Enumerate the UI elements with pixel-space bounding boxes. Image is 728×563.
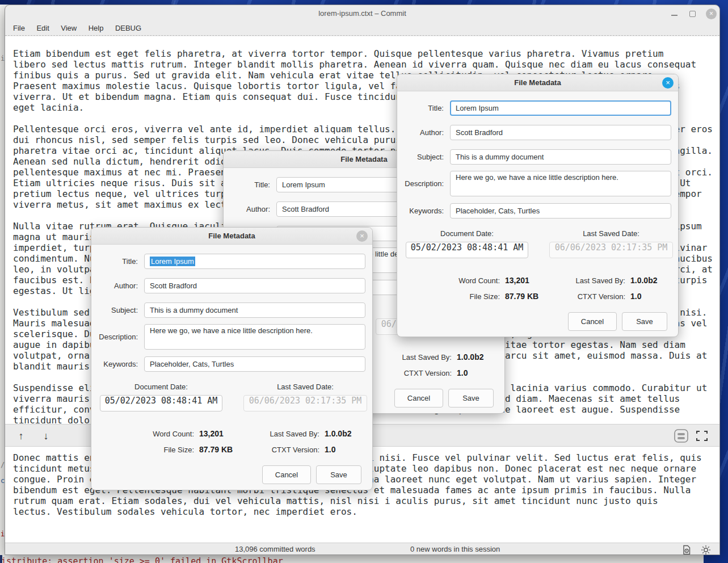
dialog-titlebar[interactable]: File Metadata × (91, 228, 372, 245)
title-input[interactable]: Lorem Ipsum (144, 254, 365, 269)
version-value: 1.0 (457, 368, 468, 377)
keywords-input[interactable]: Placeholder, Cats, Turtles (144, 356, 365, 372)
subject-label: Subject: (91, 306, 138, 314)
committed-words-count: 13,096 committed words (235, 543, 315, 555)
description-label: Description: (91, 333, 138, 341)
author-input[interactable]: Scott Bradford (450, 125, 671, 140)
document-date-label: Document Date: (406, 229, 528, 238)
dialog-titlebar[interactable]: File Metadata × (397, 74, 678, 91)
title-label: Title: (397, 104, 444, 112)
subject-input[interactable]: This is a dummy document (144, 302, 365, 318)
menu-file[interactable]: File (13, 21, 25, 36)
keywords-value: Placeholder, Cats, Turtles (456, 207, 540, 215)
menu-view[interactable]: View (61, 21, 77, 36)
dialog-title: File Metadata (91, 228, 372, 245)
cancel-button[interactable]: Cancel (568, 312, 617, 331)
metadata-stats: Word Count: 13,201 Last Saved By: 1.0.0b… (397, 272, 678, 304)
author-value: Scott Bradford (456, 128, 503, 137)
minimize-icon[interactable] (671, 15, 677, 16)
title-value: Lorem Ipsum (282, 180, 325, 189)
maximize-icon[interactable] (689, 11, 696, 17)
close-icon[interactable]: × (356, 230, 368, 242)
dialog-title: File Metadata (397, 74, 678, 91)
title-label: Title: (224, 180, 270, 189)
editor-line: Etiam bibendum est eget felis pharetra, … (13, 48, 719, 59)
file-size-label: File Size: (91, 446, 194, 454)
version-label: CTXT Version: (399, 369, 452, 377)
last-saved-date-input: 06/06/2023 02:17:35 PM (549, 242, 673, 258)
author-label: Author: (224, 205, 270, 213)
panel-view-icon[interactable] (674, 428, 689, 446)
close-icon[interactable]: × (662, 77, 674, 89)
saved-by-value: 1.0.0b2 (457, 352, 483, 362)
save-button[interactable]: Save (622, 312, 667, 331)
file-size-value: 87.79 KB (505, 292, 573, 301)
gtk-warning-text: istribute: assertion 'size >= 0' failed … (1, 556, 283, 563)
scroll-up-icon[interactable]: ↑ (13, 428, 29, 444)
author-input[interactable]: Scott Bradford (144, 278, 365, 293)
terminal-scrollbar-sliver (0, 555, 2, 563)
scroll-down-icon[interactable]: ↓ (38, 428, 54, 444)
theme-toggle-sun-icon[interactable] (701, 545, 711, 555)
author-label: Author: (91, 282, 138, 290)
status-bar: 13,096 committed words 0 new words in th… (5, 543, 719, 555)
saved-by-value: 1.0.0b2 (325, 429, 351, 438)
keywords-label: Keywords: (91, 360, 138, 368)
saved-by-value: 1.0.0b2 (630, 276, 657, 285)
document-date-input[interactable]: 05/02/2023 08:48:41 AM (100, 395, 222, 411)
author-label: Author: (397, 128, 444, 137)
saved-by-label: Last Saved By: (573, 276, 625, 285)
author-value: Scott Bradford (150, 282, 197, 290)
menu-bar: File Edit View Help DEBUG (5, 21, 719, 36)
document-date-label: Document Date: (100, 383, 222, 391)
saved-by-label: Last Saved By: (267, 430, 319, 438)
version-value: 1.0 (630, 292, 641, 301)
subject-input[interactable]: This is a dummy document (450, 149, 671, 165)
menu-help[interactable]: Help (89, 21, 104, 36)
keywords-input[interactable]: Placeholder, Cats, Turtles (450, 203, 671, 219)
description-input[interactable]: Here we go, we have a nice little descri… (450, 171, 671, 196)
description-value: Here we go, we have a nice little descri… (456, 173, 618, 182)
last-saved-date-input: 06/06/2023 02:17:35 PM (243, 395, 367, 411)
description-input[interactable]: Here we go, we have a nice little descri… (144, 324, 365, 350)
menu-debug[interactable]: DEBUG (115, 21, 141, 36)
close-icon[interactable]: × (706, 9, 717, 19)
cancel-button[interactable]: Cancel (262, 465, 311, 484)
cancel-button[interactable]: Cancel (394, 389, 443, 407)
description-value: Here we go, we have a nice little descri… (150, 326, 313, 335)
save-button[interactable]: Save (448, 389, 494, 407)
word-count-value: 13,201 (199, 429, 267, 438)
version-label: CTXT Version: (267, 446, 319, 454)
version-value: 1.0 (325, 445, 335, 454)
fullscreen-icon[interactable] (696, 428, 708, 446)
window-title: lorem-ipsum.ctxt – Commit (5, 5, 719, 21)
title-input[interactable]: Lorem Ipsum (450, 100, 671, 116)
file-metadata-dialog-right: File Metadata × Title: Lorem Ipsum Autho… (397, 74, 679, 337)
editor-line: rutrum quam erat. Etiam sodales, dui vel… (13, 495, 719, 506)
saved-by-label: Last Saved By: (399, 353, 452, 362)
save-button[interactable]: Save (316, 465, 361, 484)
version-label: CTXT Version: (573, 292, 625, 301)
file-metadata-dialog-front: File Metadata × Title: Lorem Ipsum Autho… (91, 227, 373, 490)
last-saved-date-label: Last Saved Date: (243, 383, 367, 391)
titlebar[interactable]: lorem-ipsum.ctxt – Commit × (5, 5, 719, 21)
metadata-stats: Word Count: 13,201 Last Saved By: 1.0.0b… (91, 426, 372, 457)
subject-label: Subject: (397, 153, 444, 161)
author-value: Scott Bradford (282, 205, 329, 213)
title-value: Lorem Ipsum (456, 104, 499, 112)
file-size-label: File Size: (397, 292, 500, 301)
subject-value: This is a dummy document (150, 306, 238, 314)
keywords-label: Keywords: (397, 207, 444, 215)
keywords-value: Placeholder, Cats, Turtles (150, 360, 234, 368)
file-properties-icon[interactable] (681, 545, 692, 555)
document-date-input[interactable]: 05/02/2023 08:48:41 AM (406, 242, 528, 258)
word-count-value: 13,201 (505, 276, 573, 285)
menu-edit[interactable]: Edit (36, 21, 49, 36)
editor-line: lectus. Vestibulum sodales vehicula tort… (13, 506, 719, 517)
editor-line: libero sed lectus mattis rutrum. Integer… (13, 59, 719, 70)
word-count-label: Word Count: (91, 430, 194, 438)
session-words-count: 0 new words in this session (410, 543, 500, 555)
subject-value: This is a dummy document (456, 153, 544, 161)
title-label: Title: (91, 257, 138, 266)
description-label: Description: (397, 179, 444, 188)
